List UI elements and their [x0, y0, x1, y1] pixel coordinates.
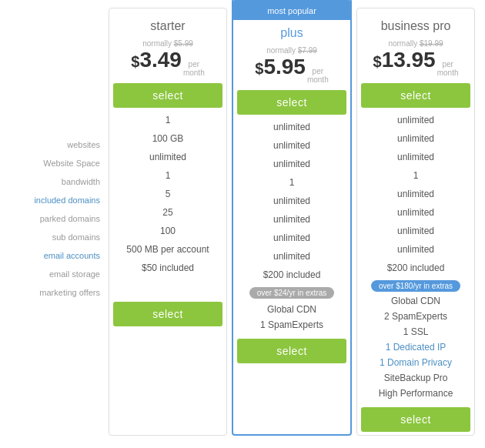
business-pro-per-month: permonth — [437, 60, 459, 77]
plus-included-domains: 1 — [233, 173, 350, 192]
starter-price: $ 3.49 permonth — [131, 48, 204, 77]
label-header-spacer — [8, 8, 106, 108]
bp-extras-area: over $180/yr in extras Global CDN 2 Spam… — [357, 277, 474, 404]
starter-title-area: starter — [109, 8, 226, 36]
plus-price-main: 5.95 — [263, 55, 306, 79]
plus-per-month: permonth — [307, 67, 329, 84]
starter-select-bottom[interactable]: select — [113, 302, 222, 326]
bp-extra2: 2 SpamExperts — [357, 309, 474, 324]
starter-parked-domains: 5 — [109, 185, 226, 203]
bp-ssl: 1 SSL — [357, 324, 474, 339]
plan-plus: most popular plus normally $7.99 $ 5.95 … — [232, 0, 352, 436]
bp-performance: High Performance — [357, 386, 474, 401]
plus-most-popular-badge: most popular — [267, 6, 316, 15]
plus-badge-area: most popular — [233, 0, 350, 20]
starter-bandwidth: unlimited — [109, 148, 226, 166]
bp-domain-privacy: 1 Domain Privacy — [357, 355, 474, 370]
business-pro-normally: normally $19.99 — [373, 39, 459, 48]
plus-email-storage: unlimited — [233, 247, 350, 266]
bp-sub-domains: unlimited — [357, 203, 474, 222]
plus-sub-domains: unlimited — [233, 210, 350, 229]
plus-plan-name: plus — [233, 23, 350, 42]
plus-price-dollar: $ — [255, 60, 263, 78]
starter-email-storage: 500 MB per account — [109, 240, 226, 259]
plus-extra2: 1 SpamExperts — [233, 317, 350, 333]
plus-websites: unlimited — [233, 118, 350, 136]
starter-plan-name: starter — [109, 15, 226, 35]
business-pro-price-main: 13.95 — [382, 48, 436, 72]
label-websites: websites — [8, 135, 106, 154]
starter-per-month: permonth — [183, 60, 205, 77]
starter-price-dollar: $ — [131, 53, 139, 71]
starter-website-space: 100 GB — [109, 129, 226, 148]
starter-normally: normally $5.99 — [131, 39, 204, 48]
bp-included-domains: 1 — [357, 166, 474, 185]
business-pro-price: $ 13.95 permonth — [373, 48, 459, 77]
plus-extras-badge: over $24/yr in extras — [249, 287, 335, 299]
business-pro-select-bottom[interactable]: select — [361, 407, 470, 432]
bp-bandwidth: unlimited — [357, 148, 474, 166]
label-email-accounts: email accounts — [8, 246, 106, 265]
bp-website-space: unlimited — [357, 129, 474, 148]
plus-select-top[interactable]: select — [237, 90, 346, 115]
bp-email-storage: unlimited — [357, 240, 474, 259]
starter-sub-domains: 25 — [109, 203, 226, 222]
pricing-table: websites Website Space bandwidth include… — [8, 8, 477, 436]
plus-extra1: Global CDN — [233, 302, 350, 317]
label-sub-domains: sub domains — [8, 228, 106, 246]
plus-price: $ 5.95 permonth — [255, 55, 328, 84]
business-pro-price-dollar: $ — [373, 53, 382, 71]
bp-dedicated-ip: 1 Dedicated IP — [357, 339, 474, 355]
label-email-storage: email storage — [8, 265, 106, 283]
bp-sitebackup: SiteBackup Pro — [357, 370, 474, 386]
label-parked-domains: parked domains — [8, 209, 106, 228]
plus-parked-domains: unlimited — [233, 192, 350, 210]
business-pro-plan-name: business pro — [357, 15, 474, 35]
plus-website-space: unlimited — [233, 136, 350, 155]
plus-price-box: normally $7.99 $ 5.95 permonth — [250, 43, 333, 87]
plus-extras-area: over $24/yr in extras Global CDN 1 SpamE… — [233, 284, 350, 336]
bp-extra1: Global CDN — [357, 293, 474, 309]
plan-starter: starter normally $5.99 $ 3.49 permonth s… — [109, 8, 227, 436]
plus-normally: normally $7.99 — [255, 46, 328, 55]
bp-marketing-offers: $200 included — [357, 259, 474, 277]
bp-extras-badge: over $180/yr in extras — [371, 280, 460, 292]
business-pro-select-top[interactable]: select — [361, 83, 470, 108]
label-marketing-offers: marketing offers — [8, 283, 106, 302]
starter-select-top[interactable]: select — [113, 83, 222, 108]
starter-price-box: normally $5.99 $ 3.49 permonth — [126, 36, 209, 80]
plus-email-accounts: unlimited — [233, 229, 350, 247]
business-pro-title-area: business pro — [357, 8, 474, 36]
business-pro-price-box: normally $19.99 $ 13.95 permonth — [369, 36, 463, 80]
plus-marketing-offers: $200 included — [233, 266, 350, 284]
bp-email-accounts: unlimited — [357, 222, 474, 240]
bp-parked-domains: unlimited — [357, 185, 474, 203]
label-included-domains: included domains — [8, 191, 106, 209]
label-website-space: Website Space — [8, 154, 106, 172]
labels-column: websites Website Space bandwidth include… — [8, 8, 106, 436]
starter-included-domains: 1 — [109, 166, 226, 185]
bp-websites: unlimited — [357, 111, 474, 129]
plus-title-area: plus — [233, 20, 350, 43]
plan-business-pro: business pro normally $19.99 $ 13.95 per… — [356, 8, 475, 436]
starter-price-main: 3.49 — [139, 48, 182, 72]
plus-bandwidth: unlimited — [233, 155, 350, 173]
starter-websites: 1 — [109, 111, 226, 129]
starter-email-accounts: 100 — [109, 222, 226, 240]
plus-select-bottom[interactable]: select — [237, 339, 346, 363]
starter-marketing-offers: $50 included — [109, 259, 226, 277]
label-bandwidth: bandwidth — [8, 172, 106, 191]
